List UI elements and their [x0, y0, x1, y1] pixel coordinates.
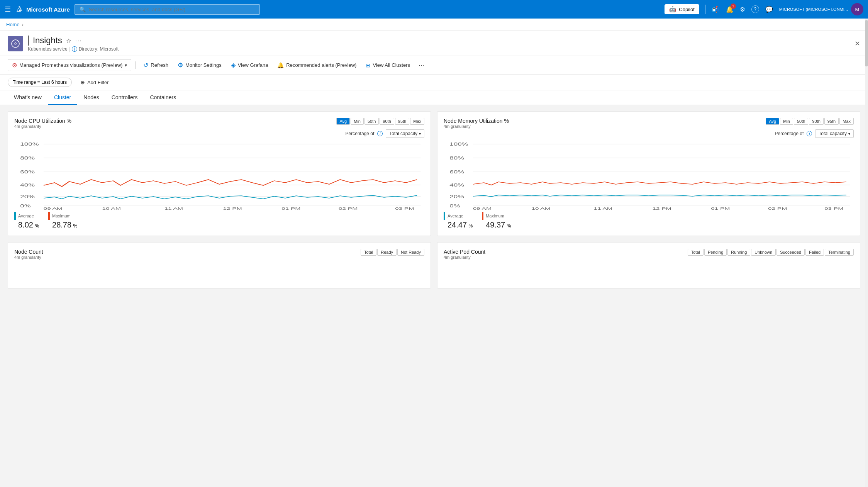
mem-max-label: Maximum — [486, 214, 504, 218]
pod-btn-unknown[interactable]: Unknown — [751, 249, 776, 256]
tab-cluster[interactable]: Cluster — [48, 90, 77, 105]
view-all-clusters-label: View All Clusters — [373, 62, 410, 68]
svg-text:40%: 40% — [449, 183, 464, 187]
settings-icon[interactable]: ⚙ — [740, 6, 745, 13]
toolbar-more-button[interactable]: ··· — [415, 60, 428, 71]
node-btn-ready[interactable]: Ready — [377, 249, 397, 256]
recommended-alerts-button[interactable]: 🔔 Recommended alerts (Preview) — [273, 60, 360, 70]
tab-containers[interactable]: Containers — [144, 90, 182, 105]
cpu-btn-90th[interactable]: 90th — [380, 118, 394, 125]
close-button[interactable]: ✕ — [854, 39, 860, 48]
pod-btn-running[interactable]: Running — [727, 249, 750, 256]
account-info[interactable]: MICROSOFT (MICROSOFT.ONMI... M — [779, 3, 863, 15]
search-container[interactable]: 🔍 — [75, 4, 260, 15]
mem-percentage-info-icon[interactable]: i — [807, 131, 812, 136]
svg-text:20%: 20% — [20, 195, 35, 199]
mem-capacity-dropdown[interactable]: Total capacity ▾ — [815, 129, 854, 138]
favorite-icon[interactable]: ☆ — [66, 37, 71, 44]
hamburger-icon[interactable]: ☰ — [5, 5, 11, 14]
mem-btn-max[interactable]: Max — [839, 118, 854, 125]
svg-text:80%: 80% — [449, 156, 464, 160]
svg-text:60%: 60% — [20, 170, 35, 174]
breadcrumb-home[interactable]: Home — [6, 22, 20, 27]
mem-avg-unit: % — [469, 223, 473, 229]
vertical-divider — [705, 5, 706, 14]
scrollbar-thumb[interactable] — [865, 20, 868, 66]
cpu-capacity-dropdown[interactable]: Total capacity ▾ — [386, 129, 424, 138]
help-icon[interactable]: ? — [751, 5, 759, 13]
tab-controllers[interactable]: Controllers — [105, 90, 144, 105]
managed-prometheus-dropdown[interactable]: ⊗ Managed Prometheus visualizations (Pre… — [8, 59, 131, 71]
directory-text: Directory: Microsoft — [79, 46, 119, 52]
search-input[interactable] — [89, 7, 255, 12]
tab-nodes[interactable]: Nodes — [77, 90, 105, 105]
feedback-icon[interactable]: 💬 — [765, 6, 773, 13]
pod-btn-total[interactable]: Total — [688, 249, 704, 256]
monitor-settings-icon: ⚙ — [178, 61, 183, 69]
memory-chart-header: Node Memory Utilization % 4m granularity… — [444, 118, 854, 129]
pod-btn-terminating[interactable]: Terminating — [825, 249, 854, 256]
account-text: MICROSOFT (MICROSOFT.ONMI... — [779, 7, 848, 12]
node-btn-not-ready[interactable]: Not Ready — [397, 249, 424, 256]
svg-text:02 PM: 02 PM — [768, 207, 787, 210]
scrollbar-track[interactable] — [865, 19, 868, 479]
cpu-max-legend: Maximum 28.78 % — [48, 212, 77, 229]
nav-actions: 🤖 Copilot 📬 🔔 1 ⚙ ? 💬 MICROSOFT (MICROSO… — [665, 3, 863, 15]
refresh-button[interactable]: ↺ Refresh — [139, 59, 172, 71]
page-header: Insights ☆ ··· Kubernetes service | i Di… — [0, 31, 868, 56]
view-all-clusters-button[interactable]: ⊞ View All Clusters — [362, 60, 414, 70]
mem-btn-avg[interactable]: Avg — [766, 118, 779, 125]
time-range-button[interactable]: Time range = Last 6 hours — [8, 78, 72, 87]
cpu-percentage-info-icon[interactable]: i — [377, 131, 383, 136]
svg-text:12 PM: 12 PM — [652, 207, 671, 210]
filter-row: Time range = Last 6 hours ⊕ Add Filter — [0, 75, 868, 90]
svg-text:12 PM: 12 PM — [223, 207, 242, 210]
info-icon[interactable]: i — [72, 46, 77, 52]
node-count-buttons: Total Ready Not Ready — [361, 249, 424, 256]
monitor-settings-button[interactable]: ⚙ Monitor Settings — [174, 59, 225, 71]
cpu-chart-legend: Average 8.02 % Maximum 28.78 — [14, 212, 424, 229]
mem-btn-min[interactable]: Min — [780, 118, 793, 125]
toolbar: ⊗ Managed Prometheus visualizations (Pre… — [0, 56, 868, 75]
cpu-btn-avg[interactable]: Avg — [336, 118, 350, 125]
cpu-avg-unit: % — [35, 223, 39, 229]
portal-icon[interactable]: 📬 — [712, 6, 720, 13]
mem-btn-90th[interactable]: 90th — [809, 118, 823, 125]
svg-text:11 AM: 11 AM — [594, 207, 612, 210]
logo-text: Microsoft Azure — [26, 6, 70, 13]
mem-btn-50th[interactable]: 50th — [794, 118, 808, 125]
tab-whats-new[interactable]: What's new — [8, 90, 48, 105]
notification-container[interactable]: 🔔 1 — [726, 6, 734, 13]
memory-chart-svg: 100% 80% 60% 40% 20% 0% — [444, 141, 854, 210]
refresh-label: Refresh — [151, 62, 168, 68]
view-grafana-button[interactable]: ◈ View Grafana — [227, 59, 272, 71]
copilot-button[interactable]: 🤖 Copilot — [665, 4, 699, 14]
cpu-dropdown-chevron: ▾ — [419, 132, 421, 136]
svg-text:60%: 60% — [449, 170, 464, 174]
page-more-icon[interactable]: ··· — [75, 37, 82, 44]
cpu-chart-options: Percentage of i Total capacity ▾ — [14, 129, 424, 138]
svg-text:03 PM: 03 PM — [395, 207, 414, 210]
tabs-container: What's new Cluster Nodes Controllers Con… — [0, 90, 868, 105]
cpu-avg-label: Average — [18, 214, 34, 218]
svg-text:03 PM: 03 PM — [824, 207, 843, 210]
mem-btn-95th[interactable]: 95th — [824, 118, 839, 125]
cpu-btn-95th[interactable]: 95th — [395, 118, 409, 125]
toolbar-separator-1 — [135, 61, 136, 69]
node-btn-total[interactable]: Total — [361, 249, 376, 256]
pod-btn-succeeded[interactable]: Succeeded — [776, 249, 805, 256]
copilot-label: Copilot — [679, 7, 694, 12]
cpu-btn-max[interactable]: Max — [410, 118, 424, 125]
breadcrumb: Home › — [0, 19, 868, 31]
pod-btn-pending[interactable]: Pending — [704, 249, 727, 256]
node-count-card: Node Count 4m granularity Total Ready No… — [8, 242, 431, 288]
pod-btn-failed[interactable]: Failed — [805, 249, 824, 256]
svg-text:10 AM: 10 AM — [102, 207, 121, 210]
cpu-btn-50th[interactable]: 50th — [364, 118, 379, 125]
cpu-max-value: 28.78 — [52, 221, 71, 229]
cpu-avg-value: 8.02 — [18, 221, 33, 229]
cpu-btn-min[interactable]: Min — [351, 118, 364, 125]
mem-avg-legend: Average 24.47 % — [444, 212, 473, 229]
add-filter-button[interactable]: ⊕ Add Filter — [76, 78, 114, 87]
mem-max-unit: % — [507, 223, 511, 229]
